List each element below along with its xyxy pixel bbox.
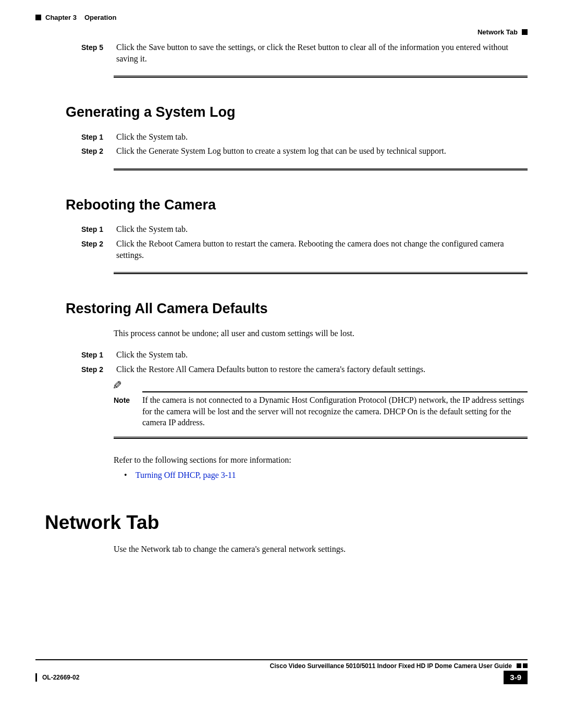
note-block: ✎ Note If the camera is not connected to… [114,378,528,428]
restore-steps: Step 1 Click the System tab. Step 2 Clic… [35,349,528,375]
link-turning-off-dhcp[interactable]: Turning Off DHCP, page 3-11 [136,471,236,479]
chapter-number: Chapter 3 [45,13,77,22]
step-label: Step 2 [35,239,116,249]
network-intro: Use the Network tab to change the camera… [114,544,528,555]
heading-rebooting-camera: Rebooting the Camera [66,195,528,214]
step-label: Step 2 [35,365,116,375]
header-section-line: Network Tab [35,28,528,37]
footer-doc-id: OL-22669-02 [42,673,79,682]
heading-generating-system-log: Generating a System Log [66,103,528,121]
step-text: Click the System tab. [116,131,528,143]
page-number-badge: 3-9 [504,671,528,684]
footer-bar-icon [35,673,37,682]
note-text: If the camera is not connected to a Dyna… [142,394,528,428]
step-label: Step 1 [35,350,116,360]
step-text: Click the Generate System Log button to … [116,145,528,157]
continuing-steps: Step 5 Click the Save button to save the… [35,42,528,78]
step-label: Step 1 [35,132,116,142]
note-label: Note [114,396,142,405]
footer-guide-title: Cisco Video Surveillance 5010/5011 Indoo… [270,662,512,670]
section-rule [114,168,528,170]
step-text: Click the Reboot Camera button to restar… [116,238,528,261]
section-rule [114,76,528,78]
footer-marker-icon [523,663,528,668]
step-text: Click the System tab. [116,224,528,235]
heading-restoring-defaults: Restoring All Camera Defaults [66,299,528,318]
chapter-title: Operation [84,13,116,22]
note-rule [142,391,528,392]
refer-text: Refer to the following sections for more… [114,454,528,466]
heading-network-tab: Network Tab [45,510,528,536]
step-label: Step 1 [35,225,116,235]
page-header: Chapter 3 Operation Network Tab [35,13,528,36]
step-label: Step 2 [35,146,116,156]
restore-intro: This process cannot be undone; all user … [114,328,528,339]
header-section-label: Network Tab [478,28,518,37]
section-rule [114,437,528,439]
refer-list: Turning Off DHCP, page 3-11 [124,470,528,481]
header-right-marker-icon [522,29,528,35]
footer-marker-icon [517,663,521,668]
page-footer: Cisco Video Surveillance 5010/5011 Indoo… [35,659,528,684]
step-text: Click the Save button to save the settin… [116,42,528,64]
pencil-icon: ✎ [113,378,122,393]
section-rule [114,272,528,274]
reboot-steps: Step 1 Click the System tab. Step 2 Clic… [35,224,528,274]
header-marker-icon [35,15,41,20]
step-text: Click the Restore All Camera Defaults bu… [116,364,528,375]
list-item: Turning Off DHCP, page 3-11 [124,470,528,481]
step-text: Click the System tab. [116,349,528,361]
header-chapter-line: Chapter 3 Operation [35,13,528,22]
step-label: Step 5 [35,43,116,53]
syslog-steps: Step 1 Click the System tab. Step 2 Clic… [35,131,528,170]
